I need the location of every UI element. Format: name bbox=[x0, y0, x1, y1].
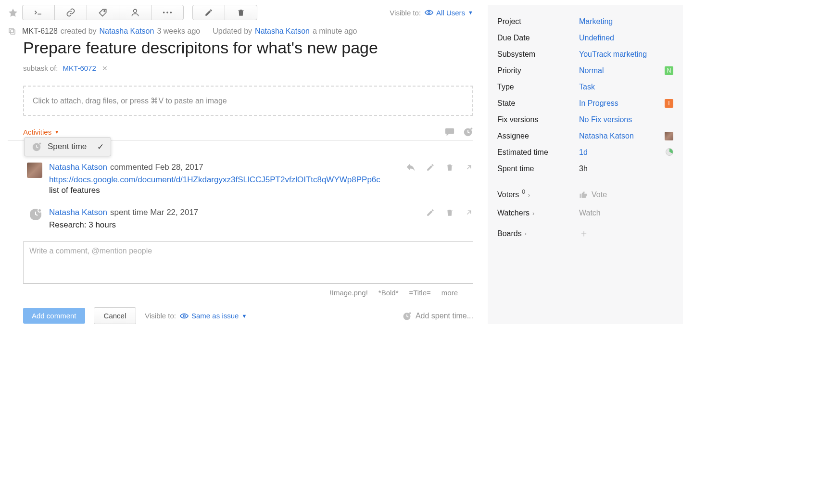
svg-rect-6 bbox=[9, 28, 13, 33]
svg-point-8 bbox=[470, 128, 472, 130]
field-assignee-value[interactable]: Natasha Katson bbox=[579, 132, 662, 140]
svg-point-2 bbox=[166, 12, 168, 13]
add-comment-button[interactable]: Add comment bbox=[23, 308, 85, 324]
time-pie-icon bbox=[666, 148, 673, 156]
created-by-user[interactable]: Natasha Katson bbox=[100, 27, 154, 36]
visible-to-value[interactable]: All Users ▼ bbox=[425, 9, 473, 17]
add-spent-time-button[interactable]: Add spent time... bbox=[402, 311, 473, 321]
edit-icon[interactable] bbox=[426, 163, 435, 172]
visible-to-label: Visible to: bbox=[390, 9, 421, 17]
watch-button[interactable]: Watch bbox=[579, 209, 601, 217]
created-by-label: created by bbox=[61, 27, 97, 36]
comment-text: list of features bbox=[49, 186, 473, 195]
cancel-button[interactable]: Cancel bbox=[94, 307, 137, 324]
hint-title[interactable]: =Title= bbox=[409, 289, 431, 297]
permalink-icon[interactable] bbox=[465, 163, 473, 172]
spent-time-filter-icon[interactable] bbox=[463, 126, 473, 137]
field-state-label: State bbox=[497, 99, 579, 108]
activities-filter-popup: Spent time ✓ bbox=[24, 137, 111, 156]
field-estimated-value[interactable]: 1d bbox=[579, 148, 663, 157]
svg-point-0 bbox=[134, 9, 137, 13]
field-subsystem-value[interactable]: YouTrack marketing bbox=[579, 50, 673, 59]
field-fixversions-value[interactable]: No Fix versions bbox=[579, 115, 673, 124]
clock-icon bbox=[31, 141, 42, 152]
edit-icon[interactable] bbox=[426, 208, 435, 217]
field-project-value[interactable]: Marketing bbox=[579, 17, 673, 26]
updated-by-user[interactable]: Natasha Katson bbox=[255, 27, 310, 36]
activity-user[interactable]: Natasha Katson bbox=[49, 208, 107, 217]
created-ago: 3 weeks ago bbox=[157, 27, 200, 36]
issue-title: Prepare feature descripitons for what's … bbox=[23, 38, 473, 57]
edit-button[interactable] bbox=[192, 5, 225, 20]
comments-filter-icon[interactable] bbox=[444, 127, 455, 137]
hint-bold[interactable]: *Bold* bbox=[378, 289, 399, 297]
svg-rect-5 bbox=[11, 30, 15, 34]
activity-action: commented bbox=[110, 163, 153, 172]
remove-subtask-icon[interactable]: ✕ bbox=[102, 64, 108, 72]
trash-icon[interactable] bbox=[445, 163, 454, 172]
field-spent-label: Spent time bbox=[497, 164, 579, 173]
activity-action: spent time bbox=[110, 208, 148, 217]
field-project-label: Project bbox=[497, 17, 579, 26]
avatar bbox=[27, 163, 42, 178]
delete-button[interactable] bbox=[225, 5, 257, 20]
spent-time-text: Research: 3 hours bbox=[49, 220, 473, 230]
field-priority-value[interactable]: Normal bbox=[579, 66, 662, 75]
state-badge: I bbox=[665, 99, 673, 108]
comment-input[interactable]: Write a comment, @mention people bbox=[23, 241, 473, 284]
field-fixversions-label: Fix versions bbox=[497, 115, 579, 124]
hint-image[interactable]: !Image.png! bbox=[330, 289, 368, 297]
issue-id: MKT-6128 bbox=[22, 27, 58, 36]
comment-link[interactable]: https://docs.google.com/document/d/1HZkd… bbox=[49, 175, 380, 184]
watchers-link[interactable]: Watchers › bbox=[497, 209, 579, 217]
svg-point-12 bbox=[183, 315, 186, 317]
field-type-value[interactable]: Task bbox=[579, 83, 673, 91]
field-due-label: Due Date bbox=[497, 34, 579, 42]
link-button[interactable] bbox=[54, 5, 87, 20]
field-due-value[interactable]: Undefined bbox=[579, 34, 673, 42]
field-priority-label: Priority bbox=[497, 66, 579, 75]
svg-point-1 bbox=[163, 12, 165, 13]
field-subsystem-label: Subsystem bbox=[497, 50, 579, 59]
more-button[interactable] bbox=[151, 5, 184, 20]
trash-icon[interactable] bbox=[445, 208, 454, 217]
command-button[interactable] bbox=[22, 5, 55, 20]
popup-item-spent-time[interactable]: Spent time bbox=[48, 142, 87, 151]
clock-avatar-icon bbox=[30, 209, 41, 220]
field-estimated-label: Estimated time bbox=[497, 148, 579, 157]
reply-icon[interactable] bbox=[406, 163, 416, 172]
svg-point-4 bbox=[428, 12, 430, 14]
vote-button[interactable]: Vote bbox=[579, 190, 607, 199]
priority-badge: N bbox=[665, 66, 673, 75]
add-board-button[interactable]: ＋ bbox=[579, 227, 589, 240]
check-icon: ✓ bbox=[97, 142, 104, 152]
boards-link[interactable]: Boards › bbox=[497, 229, 579, 238]
attach-dropzone[interactable]: Click to attach, drag files, or press ⌘V… bbox=[23, 86, 473, 116]
activity-user[interactable]: Natasha Katson bbox=[49, 163, 107, 172]
svg-point-3 bbox=[170, 12, 172, 13]
updated-by-label: Updated by bbox=[213, 27, 252, 36]
field-assignee-label: Assignee bbox=[497, 132, 579, 140]
svg-point-10 bbox=[39, 143, 41, 145]
field-spent-value: 3h bbox=[579, 164, 673, 173]
activities-toggle[interactable]: Activities ▼ bbox=[23, 128, 59, 136]
subtask-parent[interactable]: MKT-6072 bbox=[63, 64, 96, 72]
assignee-button[interactable] bbox=[119, 5, 151, 20]
updated-ago: a minute ago bbox=[313, 27, 357, 36]
hint-more[interactable]: more bbox=[441, 289, 458, 297]
permalink-icon[interactable] bbox=[465, 208, 473, 217]
voters-link[interactable]: Voters 0 › bbox=[497, 190, 579, 199]
svg-point-14 bbox=[409, 312, 411, 314]
activity-date: Mar 22, 2017 bbox=[150, 208, 198, 217]
copy-icon[interactable] bbox=[8, 27, 16, 36]
field-state-value[interactable]: In Progress bbox=[579, 99, 662, 108]
subtask-label: subtask of: bbox=[23, 64, 58, 72]
assignee-avatar bbox=[665, 132, 673, 140]
tag-button[interactable] bbox=[87, 5, 119, 20]
field-type-label: Type bbox=[497, 83, 579, 91]
activity-date: Feb 28, 2017 bbox=[155, 163, 203, 172]
comment-visible-to-label: Visible to: bbox=[145, 312, 176, 320]
comment-visible-to-value[interactable]: Same as issue ▼ bbox=[180, 312, 247, 320]
star-icon[interactable] bbox=[8, 8, 18, 18]
